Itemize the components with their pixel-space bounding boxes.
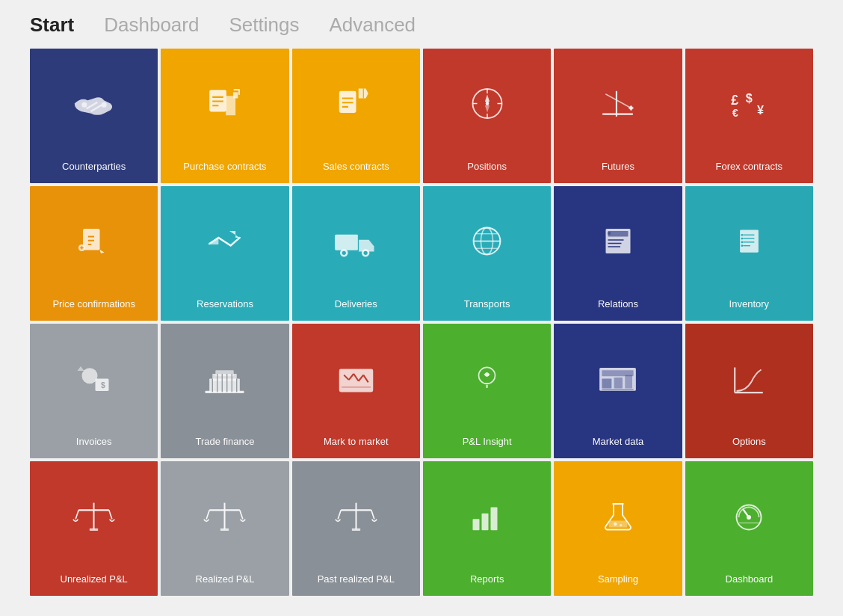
tile-mark-to-market[interactable]: Mark to market [292, 324, 420, 458]
svg-rect-44 [740, 230, 759, 252]
svg-rect-59 [206, 390, 244, 392]
tile-label-reservations: Reservations [197, 298, 253, 310]
tile-label-deliveries: Deliveries [335, 298, 377, 310]
svg-line-98 [371, 510, 374, 519]
tile-inventory[interactable]: Inventory [685, 186, 813, 321]
svg-text:$: $ [101, 380, 105, 389]
trade-icon [161, 324, 288, 433]
tile-positions[interactable]: Positions [423, 49, 551, 183]
svg-line-93 [240, 510, 243, 519]
compass-icon [423, 49, 551, 158]
svg-point-103 [614, 522, 617, 526]
tile-unrealized-pl[interactable]: Unrealized P&L [30, 461, 158, 596]
svg-rect-80 [614, 378, 623, 389]
tile-label-pl-insight: P&L Insight [463, 436, 512, 448]
tile-dashboard[interactable]: Dashboard [685, 461, 813, 596]
scale-icon [30, 461, 158, 570]
tile-reservations[interactable]: Reservations [161, 186, 288, 321]
inventory-icon [685, 186, 813, 295]
svg-point-0 [81, 102, 87, 107]
tile-relations[interactable]: Relations [554, 186, 682, 321]
svg-point-49 [741, 234, 743, 236]
nav-tab-settings[interactable]: Settings [229, 13, 299, 37]
tile-label-market-data: Market data [593, 436, 644, 448]
marketdata-icon [554, 324, 682, 433]
tile-label-sales-contracts: Sales contracts [323, 161, 389, 173]
tile-price-confirmations[interactable]: Price confirmations [30, 186, 158, 321]
svg-line-92 [207, 510, 210, 519]
forex-icon: £$€¥ [685, 49, 813, 158]
svg-rect-39 [608, 231, 628, 237]
svg-point-53 [81, 368, 97, 384]
tile-label-positions: Positions [467, 161, 507, 173]
tile-label-invoices: Invoices [76, 436, 112, 448]
svg-marker-25 [229, 231, 240, 238]
tile-deliveries[interactable]: Deliveries [292, 186, 420, 321]
svg-text:¥: ¥ [757, 103, 764, 117]
svg-rect-27 [335, 234, 359, 250]
svg-rect-79 [602, 378, 612, 388]
tile-label-trade-finance: Trade finance [195, 436, 254, 448]
nav-tab-start[interactable]: Start [30, 13, 74, 37]
tile-label-price-confirmations: Price confirmations [52, 298, 135, 310]
svg-line-87 [75, 510, 78, 519]
futures-icon [554, 49, 682, 158]
svg-point-1 [101, 102, 106, 107]
tile-transports[interactable]: Transports [423, 186, 551, 321]
svg-rect-102 [490, 507, 497, 530]
svg-text:€: € [732, 107, 738, 119]
tile-realized-pl[interactable]: Realized P&L [161, 461, 288, 596]
svg-point-108 [747, 515, 751, 520]
tile-sales-contracts[interactable]: Sales contracts [292, 49, 420, 183]
tile-label-mark-to-market: Mark to market [324, 436, 389, 448]
tile-label-relations: Relations [598, 298, 638, 310]
deliveries-icon [292, 186, 420, 295]
invoices-icon: $ [30, 324, 158, 433]
tile-label-realized-pl: Realized P&L [196, 573, 255, 585]
svg-line-15 [606, 94, 632, 108]
svg-rect-99 [352, 528, 360, 530]
tile-counterparties[interactable]: Counterparties [30, 49, 158, 183]
transports-icon [423, 186, 551, 295]
dashboard-icon [685, 461, 813, 570]
svg-point-30 [342, 250, 346, 254]
tile-purchase-contracts[interactable]: Purchase contracts [161, 49, 288, 183]
svg-rect-23 [83, 229, 100, 250]
tile-market-data[interactable]: Market data [554, 324, 682, 458]
svg-point-74 [485, 372, 490, 377]
tile-trade-finance[interactable]: Trade finance [161, 324, 288, 458]
scale-icon [161, 461, 288, 570]
svg-line-88 [109, 510, 112, 519]
reservations-icon [161, 186, 288, 295]
nav-tab-advanced[interactable]: Advanced [329, 13, 416, 37]
tile-futures[interactable]: Futures [554, 49, 682, 183]
tile-sampling[interactable]: Sampling [554, 461, 682, 596]
svg-rect-76 [486, 384, 488, 387]
scale-icon [292, 461, 420, 570]
tile-forex-contracts[interactable]: £$€¥Forex contracts [685, 49, 813, 183]
svg-marker-11 [485, 94, 490, 103]
tile-grid: CounterpartiesPurchase contractsSales co… [0, 46, 843, 599]
tile-options[interactable]: Options [685, 324, 813, 458]
sales-icon [292, 49, 420, 158]
tile-label-past-realized-pl: Past realized P&L [318, 573, 395, 585]
svg-rect-81 [626, 375, 633, 388]
svg-text:$: $ [745, 91, 752, 105]
top-nav: StartDashboardSettingsAdvanced [0, 0, 843, 46]
handshake-icon [30, 49, 158, 158]
tile-label-options: Options [732, 436, 766, 448]
tile-label-sampling: Sampling [598, 573, 638, 585]
svg-point-51 [741, 241, 743, 243]
market-icon [292, 324, 420, 433]
insight-icon [423, 324, 551, 433]
tile-label-transports: Transports [464, 298, 510, 310]
tile-past-realized-pl[interactable]: Past realized P&L [292, 461, 420, 596]
tile-reports[interactable]: Reports [423, 461, 551, 596]
tile-invoices[interactable]: $Invoices [30, 324, 158, 458]
tile-label-forex-contracts: Forex contracts [716, 161, 783, 173]
tile-pl-insight[interactable]: P&L Insight [423, 324, 551, 458]
tile-label-inventory: Inventory [729, 298, 769, 310]
nav-tab-dashboard[interactable]: Dashboard [104, 13, 199, 37]
tile-label-futures: Futures [602, 161, 634, 173]
svg-rect-94 [220, 528, 229, 530]
